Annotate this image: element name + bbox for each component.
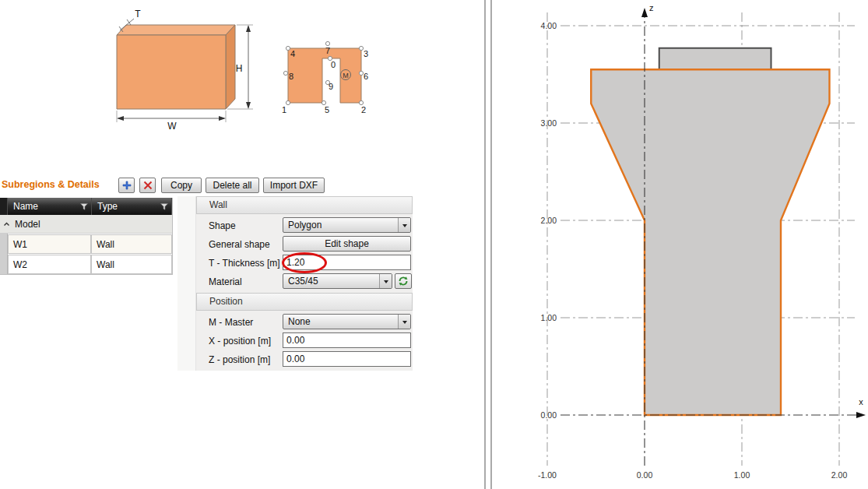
z-tick-label: 1.00 — [541, 313, 557, 322]
vertex-label: 6 — [364, 72, 368, 81]
x-axis-label: x — [859, 397, 863, 406]
refresh-icon — [398, 276, 409, 287]
row-selector[interactable] — [0, 234, 8, 254]
shape-value: Polygon — [283, 218, 398, 232]
shape-dropdown[interactable]: Polygon — [283, 217, 411, 233]
master-node-label: M — [343, 72, 349, 79]
table-row[interactable]: W1 Wall — [0, 234, 172, 254]
master-dropdown[interactable]: None — [283, 314, 411, 329]
shape-label: Shape — [209, 220, 236, 231]
pier-wall-shape[interactable] — [591, 69, 829, 415]
subregions-title: Subregions & Details — [2, 179, 100, 190]
chevron-down-icon[interactable] — [398, 315, 410, 329]
refresh-material-button[interactable] — [395, 273, 412, 289]
property-row-z-position: Z - position [m] — [196, 350, 413, 369]
box-right-face — [226, 25, 235, 109]
z-axis-arrow — [641, 8, 648, 17]
general-shape-label: General shape — [209, 239, 270, 250]
property-row-master: M - Master None — [196, 313, 413, 332]
wall-3d-diagram: T H W — [105, 6, 269, 139]
chevron-down-icon[interactable] — [398, 218, 410, 232]
z-position-label: Z - position [m] — [209, 354, 270, 365]
add-button[interactable] — [118, 178, 135, 193]
import-dxf-button[interactable]: Import DXF — [263, 178, 325, 193]
vertex-handle[interactable] — [359, 46, 363, 50]
material-label: Material — [209, 276, 242, 287]
vertex-label: 8 — [289, 72, 293, 81]
cell-name[interactable]: W1 — [8, 234, 91, 254]
vertex-label: 0 — [331, 60, 336, 69]
vertex-label: 4 — [290, 49, 295, 58]
z-position-field[interactable] — [283, 351, 411, 367]
material-value: C35/45 — [283, 274, 379, 288]
vertex-label: 3 — [364, 49, 368, 58]
polygon-section-diagram: 47308M69152 — [274, 34, 377, 121]
column-type-label: Type — [97, 201, 118, 212]
group-label: Model — [15, 219, 40, 230]
pane-splitter[interactable] — [483, 0, 494, 489]
x-tick-label: 0.00 — [637, 470, 653, 480]
property-panel: Wall Shape Polygon General shape Edit sh… — [177, 196, 413, 371]
cell-name[interactable]: W2 — [8, 255, 91, 274]
subregions-table: Name Type Model W1 Wall W2 Wall — [0, 198, 173, 275]
vertex-handle[interactable] — [286, 100, 290, 104]
x-position-label: X - position [m] — [209, 336, 271, 347]
vertex-handle[interactable] — [286, 46, 290, 50]
column-header-type[interactable]: Type — [92, 198, 172, 215]
property-row-shape: Shape Polygon — [196, 216, 413, 235]
x-axis-arrow — [856, 412, 866, 418]
z-axis-label: z — [649, 3, 654, 12]
pier-cap-shape[interactable] — [659, 48, 771, 70]
vertex-handle[interactable] — [359, 71, 363, 75]
box-front-face — [117, 35, 226, 109]
x-tick-label: 2.00 — [831, 470, 848, 480]
group-row-model[interactable]: Model — [0, 215, 172, 234]
wall-section-shape — [288, 48, 361, 103]
z-tick-label: 4.00 — [541, 21, 557, 30]
property-row-material: Material C35/45 — [196, 273, 413, 291]
vertex-label: 9 — [329, 82, 333, 91]
property-row-general-shape: General shape Edit shape — [196, 235, 413, 254]
thickness-label: T - Thickness [m] — [209, 258, 280, 269]
vertex-handle[interactable] — [359, 100, 363, 104]
table-row[interactable]: W2 Wall — [0, 254, 172, 274]
x-position-field[interactable] — [283, 332, 411, 348]
splitter-line — [490, 0, 492, 489]
z-tick-label: 2.00 — [541, 216, 557, 225]
z-tick-label: 0.00 — [541, 410, 557, 420]
x-tick-label: 1.00 — [734, 470, 750, 480]
property-panel-gutter — [177, 196, 196, 371]
cell-type[interactable]: Wall — [91, 234, 172, 254]
column-header-name[interactable]: Name — [8, 198, 92, 215]
section-header-wall: Wall — [196, 196, 413, 214]
table-header-row: Name Type — [0, 198, 172, 215]
row-selector[interactable] — [0, 254, 8, 274]
box-shape — [117, 25, 235, 109]
vertex-handle[interactable] — [325, 41, 329, 45]
property-row-thickness: T - Thickness [m] — [196, 254, 413, 273]
section-wall-label: Wall — [209, 199, 227, 210]
vertex-handle[interactable] — [322, 100, 325, 104]
vertex-label: 5 — [325, 105, 329, 114]
thickness-field[interactable] — [283, 255, 411, 270]
viewport-2d[interactable]: xz4.003.002.001.000.00-1.000.001.002.00 — [495, 0, 868, 489]
cell-type[interactable]: Wall — [91, 255, 172, 274]
red-x-icon — [143, 181, 153, 190]
copy-button[interactable]: Copy — [161, 178, 202, 193]
filter-icon[interactable] — [80, 203, 88, 210]
delete-all-button[interactable]: Delete all — [206, 178, 259, 193]
chevron-down-icon[interactable] — [379, 274, 392, 288]
delete-button[interactable] — [139, 178, 156, 193]
w-dimension-label: W — [167, 121, 177, 132]
h-dimension-label: H — [236, 63, 243, 74]
plus-icon — [122, 181, 132, 190]
vertex-label: 2 — [361, 105, 366, 114]
x-tick-label: -1.00 — [538, 470, 557, 480]
vertex-handle[interactable] — [283, 71, 287, 75]
splitter-line — [484, 0, 486, 489]
section-header-position: Position — [196, 293, 413, 311]
filter-icon[interactable] — [160, 203, 168, 210]
box-top-face — [117, 25, 235, 35]
material-dropdown[interactable]: C35/45 — [283, 273, 392, 289]
edit-shape-button[interactable]: Edit shape — [283, 236, 411, 252]
